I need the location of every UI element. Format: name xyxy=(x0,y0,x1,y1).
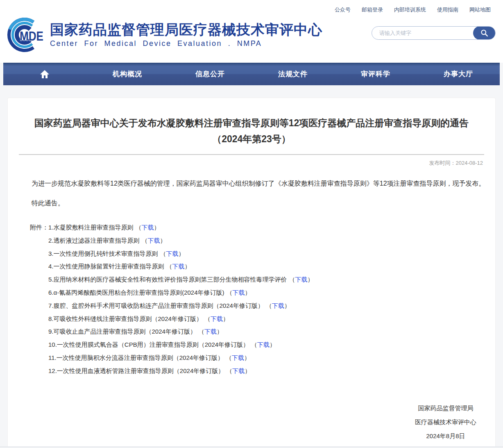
nav-home[interactable] xyxy=(3,69,86,79)
search-icon xyxy=(480,29,488,37)
attachment-row-3: 3.一次性使用侧孔钝针技术审查指导原则（下载） xyxy=(30,247,495,260)
attachment-title: 4.一次性使用静脉留置针注册审查指导原则 xyxy=(48,263,164,270)
paren-open: （ xyxy=(226,354,232,361)
attachment-row-2: 2.透析液过滤器注册审查指导原则（下载） xyxy=(30,234,495,247)
download-link-4[interactable]: 下载 xyxy=(172,263,185,270)
nav-info-disclosure[interactable]: 信息公开 xyxy=(169,69,252,79)
paren-close: ） xyxy=(245,367,251,374)
paren-open: （ xyxy=(142,237,148,244)
main-nav: 机构概况 信息公开 法规文件 审评科学 办事大厅 xyxy=(3,63,500,85)
paragraph-notice: 特此通告。 xyxy=(12,196,491,210)
site-logo: MDE 国家药品监督管理局医疗器械技术审评中心 Center For Medic… xyxy=(6,16,322,54)
article-body: 为进一步规范水凝胶敷料等12类医疗器械的管理，国家药监局器审中心组织制修订了《水… xyxy=(12,177,491,210)
paren-close: ） xyxy=(179,250,185,257)
paren-open: （ xyxy=(289,276,295,283)
download-link-8[interactable]: 下载 xyxy=(211,315,223,322)
page-footer-edge xyxy=(0,446,503,448)
attachment-title: 11.一次性使用脑积水分流器注册审查指导原则（2024年修订版） xyxy=(48,354,224,361)
paren-open: （ xyxy=(204,315,211,322)
attachment-row-12: 12.一次性使用血液透析管路注册审查指导原则（2024年修订版）（下载） xyxy=(30,364,495,378)
nav-about[interactable]: 机构概况 xyxy=(86,69,169,79)
content-card: 国家药监局器审中心关于发布水凝胶敷料注册审查指导原则等12项医疗器械产品注册审查… xyxy=(7,98,496,448)
attachment-row-8: 8.可吸收性外科缝线注册审查指导原则（2024年修订版）（下载） xyxy=(30,312,495,325)
paren-close: ） xyxy=(154,224,160,231)
nav-service-hall[interactable]: 办事大厅 xyxy=(417,69,500,79)
attachment-title: 7.腹腔、盆腔外科手术用可吸收防粘连产品注册审查指导原则（2024年修订版） xyxy=(48,302,264,309)
attachment-title: 2.透析液过滤器注册审查指导原则 xyxy=(48,237,140,244)
publish-label: 发布时间： xyxy=(429,160,456,166)
paren-close: ） xyxy=(185,263,191,270)
nav-review-science[interactable]: 审评科学 xyxy=(334,69,417,79)
download-link-6[interactable]: 下载 xyxy=(233,289,245,296)
attachment-title: 6.α-氰基丙烯酸酯类医用粘合剂注册审查指导原则(2024年修订版) xyxy=(48,289,224,296)
paren-open: （ xyxy=(160,250,166,257)
cmde-logo-icon: MDE xyxy=(6,16,48,54)
attachment-row-1: 附件：1.水凝胶敷料注册审查指导原则（下载） xyxy=(30,221,495,234)
paren-close: ） xyxy=(270,341,276,348)
attachments-section: 附件：1.水凝胶敷料注册审查指导原则（下载） 2.透析液过滤器注册审查指导原则（… xyxy=(30,221,495,378)
home-icon xyxy=(40,69,50,79)
title-divider xyxy=(19,154,484,155)
logo-text: 国家药品监督管理局医疗器械技术审评中心 Center For Medical D… xyxy=(50,22,322,48)
paren-open: （ xyxy=(226,367,232,374)
paren-close: ） xyxy=(308,276,314,283)
attachment-title: 12.一次性使用血液透析管路注册审查指导原则（2024年修订版） xyxy=(48,367,224,374)
download-link-7[interactable]: 下载 xyxy=(272,302,284,309)
attachment-row-4: 4.一次性使用静脉留置针注册审查指导原则（下载） xyxy=(30,260,495,273)
attachment-title: 9.可吸收止血产品注册审查指导原则（2024年修订版） xyxy=(48,328,196,335)
download-link-12[interactable]: 下载 xyxy=(232,367,245,374)
paren-close: ） xyxy=(160,237,166,244)
top-link-training-system[interactable]: 内部培训系统 xyxy=(394,6,426,14)
signature-date: 2024年8月8日 xyxy=(415,429,476,443)
paren-open: （ xyxy=(166,263,172,270)
attachment-row-7: 7.腹腔、盆腔外科手术用可吸收防粘连产品注册审查指导原则（2024年修订版）（下… xyxy=(30,299,495,312)
signature-org-2: 医疗器械技术审评中心 xyxy=(415,415,476,429)
attachment-title: 1.水凝胶敷料注册审查指导原则 xyxy=(48,224,134,231)
attachment-title: 10.一次性使用膜式氧合器（CPB用）注册审查指导原则（2024年修订版） xyxy=(48,341,249,348)
search-box xyxy=(372,26,496,40)
paren-open: （ xyxy=(136,224,142,231)
paren-close: ） xyxy=(217,328,223,335)
paren-open: （ xyxy=(198,328,204,335)
download-link-2[interactable]: 下载 xyxy=(148,237,160,244)
site-header: 公众号 邮箱登录 内部培训系统 使用指南 网站地图 MDE 国家药品监督管理局医… xyxy=(0,0,503,63)
download-link-5[interactable]: 下载 xyxy=(295,276,308,283)
search-button[interactable] xyxy=(473,26,495,40)
paren-open: （ xyxy=(227,289,233,296)
paren-close: ） xyxy=(245,289,251,296)
signature-org-1: 国家药品监督管理局 xyxy=(415,401,476,415)
signature-block: 国家药品监督管理局 医疗器械技术审评中心 2024年8月8日 xyxy=(415,401,476,443)
download-link-11[interactable]: 下载 xyxy=(232,354,244,361)
top-links: 公众号 邮箱登录 内部培训系统 使用指南 网站地图 xyxy=(335,6,491,14)
download-link-1[interactable]: 下载 xyxy=(142,224,154,231)
publish-date: 2024-08-12 xyxy=(456,160,483,166)
download-link-3[interactable]: 下载 xyxy=(166,250,179,257)
top-link-sitemap[interactable]: 网站地图 xyxy=(469,6,491,14)
paren-open: （ xyxy=(251,341,257,348)
attachment-row-6: 6.α-氰基丙烯酸酯类医用粘合剂注册审查指导原则(2024年修订版)（下载） xyxy=(30,286,495,299)
paren-close: ） xyxy=(244,354,250,361)
attachment-row-10: 10.一次性使用膜式氧合器（CPB用）注册审查指导原则（2024年修订版）（下载… xyxy=(30,338,495,351)
paren-close: ） xyxy=(284,302,290,309)
site-title-cn: 国家药品监督管理局医疗器械技术审评中心 xyxy=(50,22,322,38)
attachment-title: 8.可吸收性外科缝线注册审查指导原则（2024年修订版） xyxy=(48,315,202,322)
attachment-title: 5.应用纳米材料的医疗器械安全性和有效性评价指导原则第三部分生物相容性毒理学评价 xyxy=(48,276,287,283)
top-link-mail-login[interactable]: 邮箱登录 xyxy=(362,6,383,14)
search-input[interactable] xyxy=(372,27,473,39)
paragraph-intro: 为进一步规范水凝胶敷料等12类医疗器械的管理，国家药监局器审中心组织制修订了《水… xyxy=(12,177,491,191)
download-link-9[interactable]: 下载 xyxy=(204,328,217,335)
top-link-user-guide[interactable]: 使用指南 xyxy=(437,6,458,14)
article-title: 国家药监局器审中心关于发布水凝胶敷料注册审查指导原则等12项医疗器械产品注册审查… xyxy=(27,115,476,147)
nav-regulations[interactable]: 法规文件 xyxy=(252,69,334,79)
attachments-label: 附件： xyxy=(30,224,48,231)
site-title-en: Center For Medical Device Evaluation . N… xyxy=(50,39,322,48)
attachment-row-9: 9.可吸收止血产品注册审查指导原则（2024年修订版）（下载） xyxy=(30,325,495,338)
publish-line: 发布时间：2024-08-12 xyxy=(20,159,483,167)
download-link-10[interactable]: 下载 xyxy=(257,341,270,348)
attachment-row-11: 11.一次性使用脑积水分流器注册审查指导原则（2024年修订版）（下载） xyxy=(30,351,495,364)
svg-text:MDE: MDE xyxy=(20,29,43,43)
top-link-wechat[interactable]: 公众号 xyxy=(335,6,351,14)
paren-open: （ xyxy=(266,302,272,309)
paren-close: ） xyxy=(223,315,229,322)
attachment-row-5: 5.应用纳米材料的医疗器械安全性和有效性评价指导原则第三部分生物相容性毒理学评价… xyxy=(30,273,495,286)
